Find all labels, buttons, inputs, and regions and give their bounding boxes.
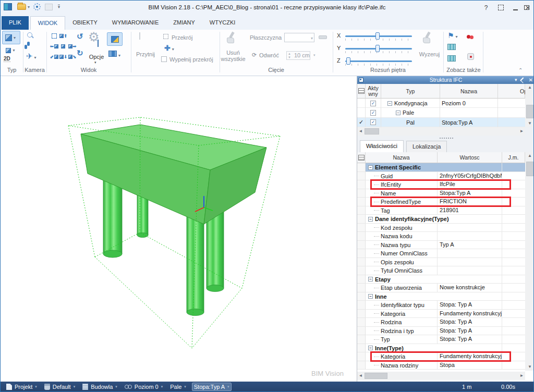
flag-icon[interactable]: ⚑▾ bbox=[447, 31, 459, 40]
property-row[interactable]: PredefinedTypeFRICTION bbox=[357, 198, 525, 206]
property-row[interactable]: NameStopa:Typ A bbox=[357, 189, 525, 198]
tree-type-cell[interactable]: −Kondygnacja bbox=[381, 99, 440, 108]
tree-type-cell[interactable]: −Pale bbox=[381, 108, 440, 117]
field-chooser[interactable] bbox=[357, 84, 366, 99]
minimize-button[interactable] bbox=[509, 3, 521, 13]
status-stopa-typ-a[interactable]: Stopa:Typ A▾ bbox=[192, 383, 232, 391]
help-button[interactable]: ? bbox=[480, 3, 492, 13]
explode-y-slider[interactable]: Y bbox=[337, 44, 415, 55]
view-bottom-icon[interactable]: ⬇ bbox=[58, 52, 67, 62]
view-front-icon[interactable] bbox=[58, 41, 67, 52]
properties-vscrollbar[interactable]: ▲ ▼ bbox=[525, 152, 534, 371]
collapse-icon[interactable]: − bbox=[368, 277, 373, 281]
section-distance-spinner[interactable]: ▲▼10 cm bbox=[286, 51, 310, 60]
map-icon[interactable]: ▾ bbox=[108, 51, 122, 58]
active-checkbox[interactable]: ✓ bbox=[366, 118, 381, 127]
struktura-hscrollbar[interactable]: ◄ ► bbox=[357, 127, 525, 136]
tab-widok[interactable]: WIDOK bbox=[30, 16, 65, 30]
property-row[interactable]: IfcEntityIfcPile bbox=[357, 180, 525, 189]
field-chooser[interactable] bbox=[357, 152, 366, 163]
z-slider-track[interactable] bbox=[345, 60, 412, 62]
frame-button[interactable] bbox=[495, 3, 506, 13]
reset-button[interactable]: Wyzeruj bbox=[415, 51, 444, 57]
distance-dropdown-icon[interactable]: ▾ bbox=[313, 53, 315, 57]
tab-obiekty[interactable]: OBIEKTY bbox=[65, 16, 105, 30]
property-row[interactable]: Etap utworzeniaNowe konstrukcje bbox=[357, 284, 525, 292]
property-row[interactable]: Guid2nfnyY05rCrfgDIBhQdbMN bbox=[357, 172, 525, 181]
property-row[interactable]: Nazwa rodzinyStopa bbox=[357, 361, 525, 370]
view-direction-grid[interactable]: ⬆ ⬅ ➡ ⬋ ⬇ ⬊ bbox=[50, 31, 77, 62]
column-aktywny[interactable]: Aktywny bbox=[366, 84, 381, 99]
tree-type-cell[interactable]: Pal bbox=[381, 118, 440, 127]
y-slider-track[interactable] bbox=[345, 48, 412, 50]
fly-tool-icon[interactable]: ✈▾ bbox=[26, 52, 38, 61]
red-elements-icon[interactable] bbox=[467, 34, 474, 41]
fill-section-checkbox[interactable] bbox=[161, 56, 167, 63]
status-pale[interactable]: Pale▾ bbox=[168, 383, 188, 390]
plane-minus-button[interactable] bbox=[319, 35, 327, 39]
component-icon[interactable] bbox=[467, 53, 474, 61]
property-row[interactable]: KategoriaFundamenty konstrukcyjne bbox=[357, 310, 525, 318]
tab-wlasciwosci[interactable]: Właściwości bbox=[360, 140, 404, 152]
property-row[interactable]: Identyfikator typuStopa: Typ A bbox=[357, 301, 525, 310]
plane-select[interactable]: ▾ bbox=[284, 33, 314, 42]
collapse-icon[interactable]: − bbox=[368, 294, 373, 299]
remove-all-button[interactable]: Usuń wszystkie bbox=[219, 50, 248, 62]
status-poziom[interactable]: Poziom 0▾ bbox=[123, 383, 164, 390]
zoom-extents-icon[interactable] bbox=[50, 31, 58, 41]
explode-z-slider[interactable]: Z bbox=[337, 57, 415, 67]
paint-mode-button[interactable] bbox=[107, 32, 123, 46]
panel-close-icon[interactable]: ✕ bbox=[529, 76, 533, 84]
status-projekt[interactable]: Projekt▾ bbox=[5, 383, 39, 390]
column-typ[interactable]: Typ bbox=[381, 84, 440, 99]
column-opis[interactable]: Opis bbox=[498, 84, 525, 99]
status-budowla[interactable]: Budowla▾ bbox=[81, 383, 119, 390]
active-checkbox[interactable]: ✓ bbox=[366, 108, 381, 117]
tab-plik[interactable]: PLIK bbox=[2, 16, 29, 30]
panel-splitter[interactable] bbox=[440, 138, 453, 139]
property-group-row[interactable]: −Etapy bbox=[357, 275, 525, 284]
collapse-icon[interactable]: − bbox=[368, 346, 373, 350]
column-jm[interactable]: J.m. bbox=[502, 152, 525, 163]
property-row[interactable]: Tytuł OmniClass bbox=[357, 266, 525, 275]
view-top-icon[interactable]: ⬆ bbox=[58, 31, 67, 41]
property-row[interactable]: Opis zespołu bbox=[357, 258, 525, 267]
property-row[interactable]: Nazwa typuTyp A bbox=[357, 241, 525, 250]
tab-wtyczki[interactable]: WTYCZKI bbox=[202, 16, 243, 30]
column-nazwa[interactable]: Nazwa bbox=[440, 84, 498, 99]
property-group-row[interactable]: −Inne(Type) bbox=[357, 344, 525, 353]
tab-lokalizacja[interactable]: Lokalizacja bbox=[406, 141, 447, 152]
tree-row-pale[interactable]: ✓ −Pale bbox=[357, 108, 525, 117]
property-group-row[interactable]: −Dane identyfikacyjne(Type) bbox=[357, 215, 525, 224]
property-row[interactable]: TypStopa: Typ A bbox=[357, 335, 525, 344]
view-right-icon[interactable]: ➡ bbox=[68, 41, 77, 52]
explode-x-slider[interactable]: X bbox=[337, 32, 415, 42]
close-button[interactable]: ✕ bbox=[522, 3, 533, 13]
wall-layers-icon-1[interactable] bbox=[447, 44, 456, 51]
collapse-icon[interactable]: − bbox=[368, 217, 373, 222]
x-slider-track[interactable] bbox=[345, 35, 412, 37]
view-type-alt-button[interactable]: ▾ bbox=[2, 46, 20, 55]
viewport-3d[interactable]: BIM Vision bbox=[1, 76, 357, 382]
property-row[interactable]: RodzinaStopa: Typ A bbox=[357, 318, 525, 327]
tab-wymiarowanie[interactable]: WYMIAROWANIE bbox=[105, 16, 166, 30]
clip-button[interactable]: Przytnij bbox=[132, 51, 159, 57]
options-dropdown-icon[interactable]: ▾ bbox=[94, 60, 96, 65]
properties-hscrollbar[interactable]: ◄ ► bbox=[357, 372, 525, 380]
view-left-icon[interactable]: ⬅ bbox=[50, 41, 58, 52]
tree-row-pal-selected[interactable]: ✓ ✓ Pal Stopa:Typ A bbox=[357, 118, 525, 127]
view-type-3d-button[interactable]: ▾ bbox=[2, 31, 20, 44]
struktura-title-bar[interactable]: Struktura IFC ▾ ✕ bbox=[357, 76, 534, 84]
rotate-cw-icon[interactable]: ↻ bbox=[77, 48, 83, 58]
collapse-ribbon-icon[interactable]: ⌃ bbox=[518, 67, 523, 73]
property-group-row[interactable]: −Inne bbox=[357, 292, 525, 301]
column-nazwa[interactable]: Nazwa bbox=[366, 152, 438, 163]
property-row[interactable]: Nazwa kodu bbox=[357, 232, 525, 241]
property-row[interactable]: Rodzina i typStopa: Typ A bbox=[357, 327, 525, 336]
property-row[interactable]: Numer OmniClass bbox=[357, 249, 525, 258]
view-2d-button[interactable]: 2D bbox=[4, 56, 10, 62]
add-section-button[interactable]: ✚▾ bbox=[164, 44, 176, 52]
rotate-ccw-icon[interactable]: ↺ bbox=[77, 32, 83, 41]
property-group-row[interactable]: −Element Specific bbox=[357, 163, 525, 172]
tab-zmiany[interactable]: ZMIANY bbox=[166, 16, 202, 30]
